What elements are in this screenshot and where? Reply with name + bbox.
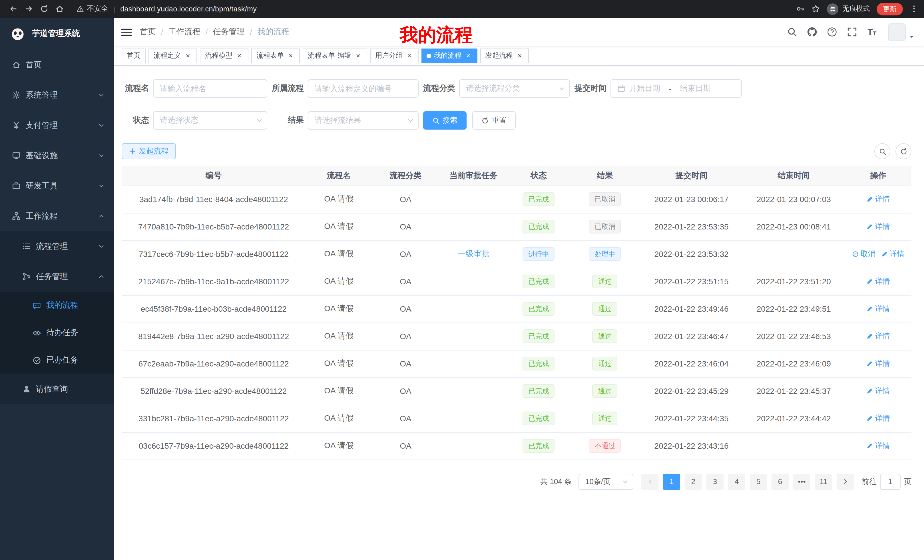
detail-action[interactable]: 详情 bbox=[881, 249, 904, 259]
sidebar-item-leave-query[interactable]: 请假查询 bbox=[0, 374, 114, 404]
tab-close-icon[interactable]: × bbox=[286, 52, 295, 60]
app-logo-row[interactable]: 芋道管理系统 bbox=[0, 18, 114, 49]
tab-process-model[interactable]: 流程模型× bbox=[200, 48, 248, 63]
reload-button[interactable] bbox=[36, 1, 52, 16]
page-button-4[interactable]: 4 bbox=[728, 473, 745, 490]
help-icon[interactable] bbox=[827, 27, 837, 37]
tab-close-icon[interactable]: × bbox=[464, 52, 472, 60]
header-search-icon[interactable] bbox=[787, 27, 797, 37]
detail-action-label: 详情 bbox=[875, 304, 890, 314]
search-button[interactable]: 搜索 bbox=[423, 111, 466, 130]
toggle-search-button[interactable] bbox=[874, 143, 890, 159]
tab-close-icon[interactable]: × bbox=[516, 52, 524, 60]
page-size-select[interactable]: 10条/页 bbox=[579, 473, 633, 490]
chevron-right-icon bbox=[842, 478, 848, 485]
cell-status: 已完成 bbox=[508, 350, 570, 377]
sidebar-toggle-icon[interactable] bbox=[121, 27, 132, 37]
tab-home[interactable]: 首页 bbox=[122, 48, 146, 63]
breadcrumb-item[interactable]: 任务管理 bbox=[213, 27, 245, 37]
sidebar-item-process-management[interactable]: 流程管理 bbox=[0, 231, 114, 262]
bookmark-star-icon[interactable] bbox=[812, 4, 820, 13]
detail-action[interactable]: 详情 bbox=[867, 441, 890, 451]
breadcrumb-item[interactable]: 首页 bbox=[140, 27, 156, 37]
tab-close-icon[interactable]: × bbox=[235, 52, 243, 60]
page-button-6[interactable]: 6 bbox=[771, 473, 789, 490]
status-select[interactable]: 请选择状态 bbox=[153, 111, 267, 130]
category-select[interactable]: 请选择流程分类 bbox=[459, 79, 570, 97]
sidebar-tool-icon bbox=[12, 181, 21, 190]
password-key-icon[interactable] bbox=[796, 4, 805, 13]
sidebar-item-home[interactable]: 首页 bbox=[0, 49, 114, 80]
next-page-button[interactable] bbox=[837, 473, 854, 490]
date-range-picker[interactable]: 开始日期 - 结束日期 bbox=[610, 79, 742, 97]
refresh-table-button[interactable] bbox=[896, 143, 911, 159]
tab-close-icon[interactable]: × bbox=[354, 52, 362, 60]
cell-actions: 详情 bbox=[845, 186, 911, 213]
sidebar-item-todo-tasks[interactable]: 待办任务 bbox=[0, 319, 114, 346]
detail-action[interactable]: 详情 bbox=[867, 276, 890, 287]
forward-icon bbox=[24, 4, 33, 13]
tab-process-form-edit[interactable]: 流程表单-编辑× bbox=[303, 48, 367, 63]
detail-action[interactable]: 详情 bbox=[867, 413, 890, 424]
more-pages-button[interactable]: ••• bbox=[793, 473, 810, 490]
tab-my-process[interactable]: 我的流程× bbox=[422, 48, 477, 63]
page-button-1[interactable]: 1 bbox=[663, 473, 680, 490]
detail-action[interactable]: 详情 bbox=[867, 222, 890, 232]
current-task-link[interactable]: 一级审批 bbox=[458, 249, 489, 258]
tab-process-definition[interactable]: 流程定义× bbox=[148, 48, 197, 63]
result-select[interactable]: 请选择流结果 bbox=[308, 111, 418, 130]
detail-action-label: 详情 bbox=[890, 249, 904, 259]
forward-button[interactable] bbox=[21, 1, 36, 16]
github-icon[interactable] bbox=[807, 27, 817, 37]
detail-action[interactable]: 详情 bbox=[867, 386, 890, 396]
sidebar-item-done-tasks[interactable]: 已办任务 bbox=[0, 346, 114, 374]
sidebar-item-my-process[interactable]: 我的流程 bbox=[0, 292, 114, 319]
detail-action[interactable]: 详情 bbox=[867, 331, 890, 341]
table-row: 7470a810-7b9b-11ec-b5b7-acde48001122OA 请… bbox=[122, 213, 911, 240]
browser-update-button[interactable]: 更新 bbox=[877, 3, 903, 15]
sidebar-item-workflow[interactable]: 工作流程 bbox=[0, 201, 114, 231]
process-name-input[interactable] bbox=[160, 84, 260, 93]
sidebar-item-task-management[interactable]: 任务管理 bbox=[0, 262, 114, 292]
status-tag: 已完成 bbox=[522, 412, 555, 425]
fullscreen-icon[interactable] bbox=[847, 27, 857, 37]
page-button-5[interactable]: 5 bbox=[750, 473, 767, 490]
status-tag: 已完成 bbox=[522, 220, 555, 234]
font-size-icon[interactable] bbox=[867, 27, 877, 37]
status-tag: 已完成 bbox=[522, 192, 555, 206]
sidebar-item-payment-management[interactable]: 支付管理 bbox=[0, 110, 114, 141]
tab-start-process[interactable]: 发起流程× bbox=[480, 48, 529, 63]
home-button[interactable] bbox=[52, 1, 68, 16]
back-button[interactable] bbox=[6, 1, 21, 16]
status-tag: 处理中 bbox=[589, 247, 621, 261]
create-process-button[interactable]: 发起流程 bbox=[122, 143, 176, 159]
page-button-11[interactable]: 11 bbox=[815, 473, 832, 490]
reset-button[interactable]: 重置 bbox=[472, 111, 516, 130]
cancel-action[interactable]: 取消 bbox=[852, 249, 876, 259]
page-button-3[interactable]: 3 bbox=[706, 473, 723, 490]
tab-process-form[interactable]: 流程表单× bbox=[251, 48, 300, 63]
address-bar[interactable]: 不安全 | dashboard.yudao.iocoder.cn/bpm/tas… bbox=[76, 4, 789, 14]
sidebar-item-infrastructure[interactable]: 基础设施 bbox=[0, 141, 114, 171]
cell-process-id: 7470a810-7b9b-11ec-b5b7-acde48001122 bbox=[122, 213, 306, 240]
browser-menu-icon[interactable] bbox=[910, 4, 918, 13]
browser-window: 不安全 | dashboard.yudao.iocoder.cn/bpm/tas… bbox=[0, 0, 924, 560]
site-security[interactable]: 不安全 bbox=[76, 4, 108, 14]
detail-action-label: 详情 bbox=[875, 276, 890, 287]
detail-action[interactable]: 详情 bbox=[867, 358, 890, 369]
tab-user-group[interactable]: 用户分组× bbox=[370, 48, 418, 63]
detail-action[interactable]: 详情 bbox=[867, 304, 890, 314]
breadcrumb-item[interactable]: 工作流程 bbox=[168, 27, 201, 37]
page-button-2[interactable]: 2 bbox=[685, 473, 702, 490]
edit-icon bbox=[867, 223, 873, 230]
goto-page-input[interactable] bbox=[880, 473, 901, 490]
prev-page-button[interactable] bbox=[641, 473, 658, 490]
detail-action[interactable]: 详情 bbox=[867, 194, 890, 204]
user-menu[interactable] bbox=[888, 23, 915, 41]
cell-current-task bbox=[439, 322, 508, 350]
sidebar-item-dev-tools[interactable]: 研发工具 bbox=[0, 171, 114, 201]
owner-process-input[interactable] bbox=[315, 84, 412, 93]
tab-close-icon[interactable]: × bbox=[405, 52, 414, 60]
tab-close-icon[interactable]: × bbox=[184, 52, 192, 60]
sidebar-item-system-management[interactable]: 系统管理 bbox=[0, 80, 114, 110]
